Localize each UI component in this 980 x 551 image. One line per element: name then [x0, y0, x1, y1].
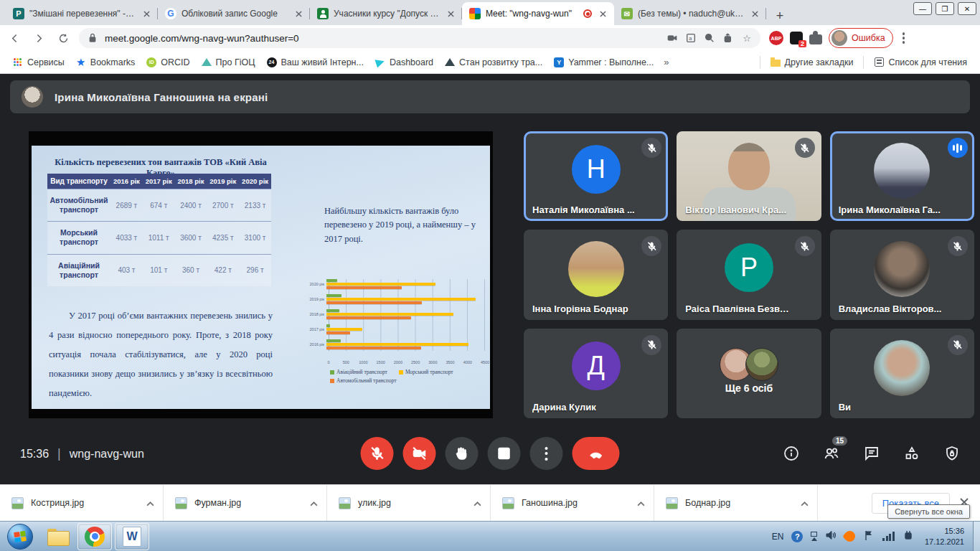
participant-tile-natalia[interactable]: Н Наталія Миколаївна ...	[524, 131, 668, 221]
show-desktop-button[interactable]	[973, 522, 980, 551]
show-hidden-icons-button[interactable]	[811, 532, 817, 541]
participant-tile-vladyslav[interactable]: Владислав Вікторов...	[830, 230, 974, 319]
download-item[interactable]: Боднар.jpg	[654, 485, 818, 521]
download-item[interactable]: Фурман.jpg	[164, 485, 327, 521]
reading-list-button[interactable]: Список для чтения	[868, 55, 973, 70]
new-tab-button[interactable]: +	[771, 6, 789, 25]
table-cell: 422 т	[207, 254, 239, 286]
bookmark-label: Bookmarks	[90, 57, 136, 67]
zoom-icon[interactable]	[703, 32, 716, 44]
bookmark-dashboard[interactable]: Dashboard	[369, 55, 439, 70]
start-button[interactable]	[7, 524, 33, 550]
window-restore-button[interactable]: ❐	[936, 2, 954, 15]
participants-count-badge: 15	[832, 436, 847, 446]
bookmark-orcid[interactable]: iDORCID	[141, 55, 195, 70]
bookmark-label: ORCID	[161, 57, 189, 67]
table-cell: Автомобільний транспорт	[47, 189, 110, 222]
profile-button[interactable]: Ошибка	[829, 28, 893, 48]
back-button[interactable]	[4, 28, 24, 48]
download-item[interactable]: Костриця.jpg	[0, 485, 164, 521]
extensions-puzzle-icon[interactable]	[809, 34, 822, 44]
volume-icon[interactable]	[825, 529, 837, 544]
participants-grid: Н Наталія Миколаївна ... Віктор Іванович…	[524, 131, 974, 418]
slide-paragraph: У 2017 році об’єми вантажних перевезень …	[49, 306, 273, 402]
more-options-button[interactable]	[530, 437, 563, 470]
participant-name: Ірина Миколаївна Га...	[839, 204, 946, 215]
power-plug-icon[interactable]	[903, 529, 914, 544]
bookmark-bookmarks[interactable]: ★Bookmarks	[70, 55, 141, 70]
host-controls-icon[interactable]	[943, 444, 961, 463]
tab-close-icon[interactable]	[445, 8, 456, 19]
tab-close-icon[interactable]	[141, 8, 152, 19]
explorer-taskbar-icon[interactable]	[46, 527, 70, 547]
bookmark-star-icon[interactable]: ☆	[740, 32, 753, 44]
participant-tile-others[interactable]: Ще 6 осіб	[677, 329, 821, 418]
reload-button[interactable]	[53, 28, 73, 48]
action-center-flag-icon[interactable]	[863, 529, 875, 544]
download-filename: Ганошина.jpg	[522, 498, 630, 508]
activities-icon[interactable]	[903, 444, 921, 463]
share-icon[interactable]	[722, 32, 735, 44]
meeting-details-icon[interactable]	[782, 444, 801, 463]
participant-tile-inna[interactable]: Інна Ігорівна Боднар	[524, 230, 668, 319]
download-item[interactable]: Ганошина.jpg	[491, 485, 654, 521]
tab-close-icon[interactable]	[597, 8, 608, 19]
download-menu-chevron[interactable]	[146, 496, 154, 509]
browser-menu-icon[interactable]	[903, 32, 905, 44]
language-indicator[interactable]: EN	[772, 532, 784, 542]
tab-title: Meet: "wng-navg-wun"	[486, 9, 578, 19]
mic-muted-icon	[948, 236, 968, 256]
participants-icon[interactable]: 15	[822, 444, 841, 463]
bookmarks-overflow-chevron[interactable]: »	[659, 57, 673, 67]
tab-favicon-classroom	[317, 8, 329, 19]
tab-presentation[interactable]: "Змішані перевезення" - навча	[6, 2, 158, 25]
forward-button[interactable]	[29, 28, 49, 48]
help-tray-icon[interactable]	[791, 531, 803, 542]
end-call-button[interactable]	[573, 437, 620, 470]
tab-classroom[interactable]: Учасники курсу "Допуск до зак	[310, 2, 462, 25]
tab-close-icon[interactable]	[293, 8, 304, 19]
other-bookmarks-button[interactable]: Другие закладки	[765, 55, 859, 70]
network-signal-icon[interactable]	[882, 532, 895, 541]
download-menu-chevron[interactable]	[637, 496, 645, 509]
word-taskbar-button[interactable]	[115, 523, 149, 550]
translate-icon[interactable]: a	[684, 32, 697, 44]
participant-tile-viktor[interactable]: Віктор Іванович Кра...	[677, 131, 821, 221]
present-screen-button[interactable]	[488, 437, 521, 470]
tab-close-icon[interactable]	[749, 8, 760, 19]
avast-tray-icon[interactable]	[842, 529, 857, 544]
star-icon: ★	[76, 57, 86, 67]
mic-toggle-button[interactable]	[361, 437, 394, 470]
chrome-taskbar-button[interactable]	[77, 523, 112, 550]
image-file-icon	[502, 497, 514, 509]
bookmark-stan[interactable]: Стан розвитку тра...	[439, 55, 548, 70]
participant-tile-you[interactable]: Ви	[830, 329, 974, 418]
participant-tile-iryna[interactable]: Ірина Миколаївна Га...	[830, 131, 974, 221]
extension-icon[interactable]: 2	[790, 32, 803, 44]
bookmark-internet[interactable]: 24Ваш живий Інтерн...	[261, 55, 369, 70]
tab-google-account[interactable]: Обліковий запис Google	[158, 2, 310, 25]
download-menu-chevron[interactable]	[801, 496, 809, 509]
table-header-cell: 2018 рік	[175, 174, 207, 189]
bookmark-giots[interactable]: Про ГіОЦ	[196, 55, 261, 70]
camera-toggle-button[interactable]	[403, 437, 436, 470]
camera-icon[interactable]	[666, 32, 679, 44]
adblock-extension-icon[interactable]: ABP	[769, 31, 783, 45]
tab-meet-active[interactable]: Meet: "wng-navg-wun"	[462, 2, 614, 25]
download-item[interactable]: улик.jpg	[327, 485, 491, 521]
mic-muted-icon	[795, 138, 815, 158]
raise-hand-button[interactable]	[446, 437, 479, 470]
participant-tile-daryna[interactable]: Д Дарина Кулик	[524, 329, 668, 418]
window-close-button[interactable]: ✕	[958, 2, 976, 15]
bookmark-yammer[interactable]: YYammer : Выполне...	[548, 55, 659, 70]
table-cell: 296 т	[239, 254, 271, 286]
download-menu-chevron[interactable]	[473, 496, 481, 509]
address-bar[interactable]: meet.google.com/wng-navg-wun?authuser=0 …	[79, 28, 760, 48]
taskbar-clock[interactable]: 15:36 17.12.2021	[925, 526, 964, 547]
tab-mail[interactable]: (Без темы) • naduch@ukr.net	[614, 2, 766, 25]
window-minimize-button[interactable]: —	[913, 2, 932, 15]
chat-icon[interactable]	[862, 444, 881, 463]
participant-tile-raisa[interactable]: Р Раіса Павлівна Безве...	[677, 230, 821, 319]
download-menu-chevron[interactable]	[310, 496, 318, 509]
bookmark-services[interactable]: Сервисы	[7, 55, 70, 70]
